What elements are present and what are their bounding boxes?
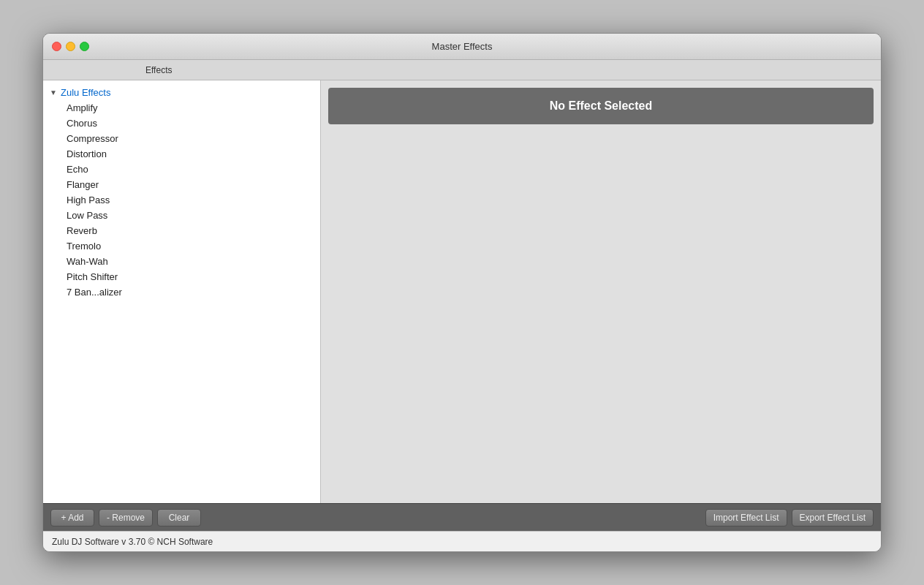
tree-group-label: Zulu Effects	[61, 87, 110, 98]
title-bar: Master Effects	[43, 34, 881, 60]
minimize-button[interactable]	[66, 42, 75, 51]
list-item[interactable]: Reverb	[43, 223, 320, 238]
list-item[interactable]: Low Pass	[43, 208, 320, 223]
add-button[interactable]: + Add	[50, 509, 94, 526]
close-button[interactable]	[52, 42, 61, 51]
list-item[interactable]: Amplify	[43, 100, 320, 116]
bottom-right-buttons: Import Effect List Export Effect List	[705, 509, 874, 526]
effect-detail-panel: No Effect Selected	[321, 80, 881, 503]
list-item[interactable]: Wah-Wah	[43, 254, 320, 269]
effects-tree-panel: ▼ Zulu Effects Amplify Chorus Compressor…	[43, 80, 321, 503]
export-effect-list-button[interactable]: Export Effect List	[792, 509, 874, 526]
main-content: Effects ▼ Zulu Effects Amplify Chorus Co…	[43, 60, 881, 531]
list-item[interactable]: Pitch Shifter	[43, 269, 320, 284]
list-item[interactable]: High Pass	[43, 192, 320, 208]
window-title: Master Effects	[432, 41, 493, 52]
maximize-button[interactable]	[80, 42, 89, 51]
content-header: Effects	[43, 60, 881, 80]
list-item[interactable]: Echo	[43, 162, 320, 177]
no-effect-banner: No Effect Selected	[328, 88, 874, 124]
expand-triangle-icon: ▼	[49, 88, 58, 97]
content-body: ▼ Zulu Effects Amplify Chorus Compressor…	[43, 80, 881, 503]
bottom-toolbar: + Add - Remove Clear Import Effect List …	[43, 503, 881, 531]
no-effect-text: No Effect Selected	[550, 99, 652, 113]
main-window: Master Effects Effects ▼ Zulu Effects Am…	[42, 33, 882, 552]
list-item[interactable]: Distortion	[43, 146, 320, 162]
tree-group-header[interactable]: ▼ Zulu Effects	[43, 85, 320, 100]
footer-bar: Zulu DJ Software v 3.70 © NCH Software	[43, 531, 881, 551]
footer-text: Zulu DJ Software v 3.70 © NCH Software	[52, 537, 213, 547]
clear-button[interactable]: Clear	[157, 509, 201, 526]
list-item[interactable]: 7 Ban...alizer	[43, 284, 320, 300]
traffic-lights	[52, 42, 89, 51]
list-item[interactable]: Flanger	[43, 177, 320, 192]
import-effect-list-button[interactable]: Import Effect List	[705, 509, 787, 526]
list-item[interactable]: Tremolo	[43, 238, 320, 254]
remove-button[interactable]: - Remove	[99, 509, 153, 526]
effects-column-header: Effects	[145, 65, 172, 75]
list-item[interactable]: Compressor	[43, 131, 320, 146]
list-item[interactable]: Chorus	[43, 116, 320, 131]
